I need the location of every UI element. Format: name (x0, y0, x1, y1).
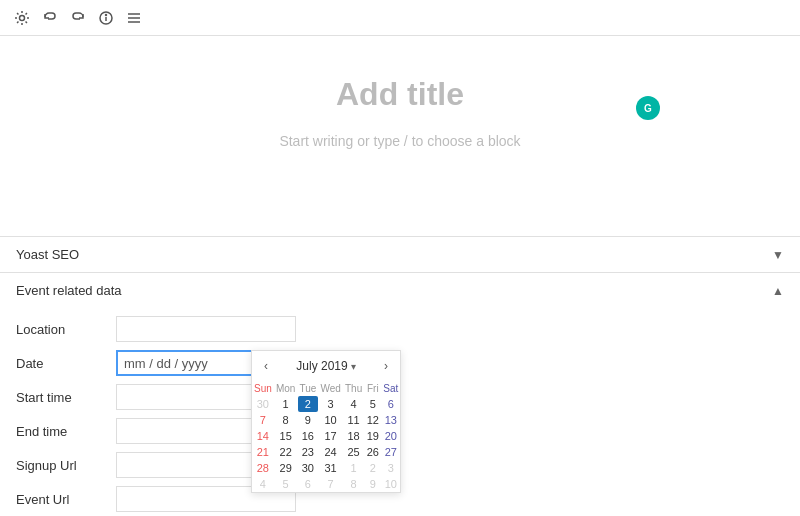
date-row: Date ‹ July 2019 ▾ › (16, 350, 784, 376)
calendar-week-2: 14151617181920 (252, 428, 400, 444)
calendar-day[interactable]: 13 (382, 412, 400, 428)
calendar-day[interactable]: 4 (343, 396, 364, 412)
calendar-day[interactable]: 24 (318, 444, 343, 460)
signup-url-label: Signup Url (16, 458, 116, 473)
day-header-sat: Sat (382, 381, 400, 396)
calendar-day[interactable]: 4 (252, 476, 274, 492)
calendar-day[interactable]: 17 (318, 428, 343, 444)
event-data-body: Location Date ‹ July 2019 ▾ › (0, 308, 800, 516)
calendar-day[interactable]: 6 (382, 396, 400, 412)
yoast-seo-label: Yoast SEO (16, 247, 79, 262)
calendar-day[interactable]: 12 (364, 412, 381, 428)
calendar-day[interactable]: 30 (252, 396, 274, 412)
event-data-chevron: ▲ (772, 284, 784, 298)
calendar-day[interactable]: 23 (298, 444, 319, 460)
calendar-day[interactable]: 26 (364, 444, 381, 460)
calendar-day[interactable]: 1 (274, 396, 298, 412)
calendar-next-button[interactable]: › (380, 357, 392, 375)
calendar-day[interactable]: 2 (298, 396, 319, 412)
event-data-label: Event related data (16, 283, 122, 298)
day-header-sun: Sun (252, 381, 274, 396)
calendar-day[interactable]: 7 (252, 412, 274, 428)
info-icon[interactable] (96, 8, 116, 28)
calendar-day[interactable]: 20 (382, 428, 400, 444)
calendar-prev-button[interactable]: ‹ (260, 357, 272, 375)
calendar-week-1: 78910111213 (252, 412, 400, 428)
calendar-day[interactable]: 5 (364, 396, 381, 412)
calendar-week-4: 28293031123 (252, 460, 400, 476)
toolbar (0, 0, 800, 36)
calendar-day[interactable]: 15 (274, 428, 298, 444)
calendar-day[interactable]: 30 (298, 460, 319, 476)
svg-point-3 (106, 14, 107, 15)
calendar-day[interactable]: 8 (274, 412, 298, 428)
calendar-day[interactable]: 2 (364, 460, 381, 476)
calendar-day[interactable]: 3 (318, 396, 343, 412)
svg-point-0 (20, 15, 25, 20)
avatar: G (636, 96, 660, 120)
editor-body-placeholder[interactable]: Start writing or type / to choose a bloc… (80, 133, 720, 149)
calendar-day[interactable]: 27 (382, 444, 400, 460)
calendar-day[interactable]: 9 (298, 412, 319, 428)
location-label: Location (16, 322, 116, 337)
menu-icon[interactable] (124, 8, 144, 28)
location-input[interactable] (116, 316, 296, 342)
calendar-day[interactable]: 11 (343, 412, 364, 428)
date-calendar-wrapper: ‹ July 2019 ▾ › Sun Mon Tue (116, 350, 296, 376)
day-header-fri: Fri (364, 381, 381, 396)
calendar-week-3: 21222324252627 (252, 444, 400, 460)
calendar-day[interactable]: 6 (298, 476, 319, 492)
calendar-dropdown: ‹ July 2019 ▾ › Sun Mon Tue (251, 350, 401, 493)
editor-title[interactable]: Add title (80, 76, 720, 113)
calendar-day[interactable]: 28 (252, 460, 274, 476)
calendar-day[interactable]: 7 (318, 476, 343, 492)
location-row: Location (16, 316, 784, 342)
calendar-day[interactable]: 18 (343, 428, 364, 444)
day-header-thu: Thu (343, 381, 364, 396)
calendar-day[interactable]: 10 (318, 412, 343, 428)
calendar-day[interactable]: 9 (364, 476, 381, 492)
calendar-day[interactable]: 8 (343, 476, 364, 492)
editor-area: Add title Start writing or type / to cho… (0, 36, 800, 236)
end-time-label: End time (16, 424, 116, 439)
event-data-header[interactable]: Event related data ▲ (0, 273, 800, 308)
day-header-wed: Wed (318, 381, 343, 396)
yoast-seo-header[interactable]: Yoast SEO ▼ (0, 237, 800, 272)
event-url-label: Event Url (16, 492, 116, 507)
calendar-header: ‹ July 2019 ▾ › (252, 351, 400, 381)
calendar-grid: Sun Mon Tue Wed Thu Fri Sat 301234567891… (252, 381, 400, 492)
calendar-day[interactable]: 19 (364, 428, 381, 444)
calendar-day[interactable]: 29 (274, 460, 298, 476)
calendar-day[interactable]: 5 (274, 476, 298, 492)
day-header-mon: Mon (274, 381, 298, 396)
calendar-day[interactable]: 25 (343, 444, 364, 460)
calendar-chevron-icon: ▾ (351, 361, 356, 372)
start-time-label: Start time (16, 390, 116, 405)
calendar-week-5: 45678910 (252, 476, 400, 492)
date-label: Date (16, 356, 116, 371)
calendar-day[interactable]: 3 (382, 460, 400, 476)
calendar-days-header: Sun Mon Tue Wed Thu Fri Sat (252, 381, 400, 396)
calendar-day[interactable]: 14 (252, 428, 274, 444)
calendar-day[interactable]: 1 (343, 460, 364, 476)
calendar-day[interactable]: 31 (318, 460, 343, 476)
calendar-day[interactable]: 22 (274, 444, 298, 460)
calendar-week-0: 30123456 (252, 396, 400, 412)
yoast-seo-chevron: ▼ (772, 248, 784, 262)
event-data-section: Event related data ▲ Location Date ‹ Jul… (0, 273, 800, 516)
undo-icon[interactable] (40, 8, 60, 28)
calendar-day[interactable]: 21 (252, 444, 274, 460)
settings-icon[interactable] (12, 8, 32, 28)
calendar-day[interactable]: 10 (382, 476, 400, 492)
day-header-tue: Tue (298, 381, 319, 396)
redo-icon[interactable] (68, 8, 88, 28)
yoast-seo-section: Yoast SEO ▼ (0, 237, 800, 273)
calendar-day[interactable]: 16 (298, 428, 319, 444)
calendar-month-label: July 2019 ▾ (296, 359, 355, 373)
